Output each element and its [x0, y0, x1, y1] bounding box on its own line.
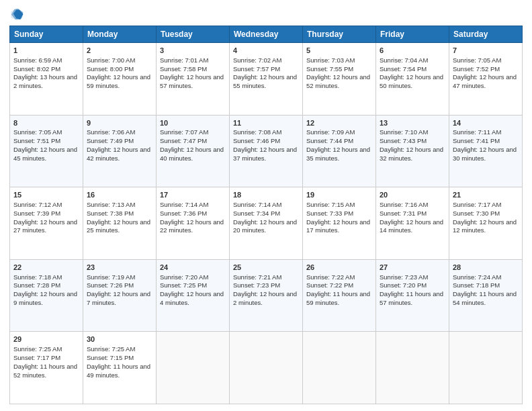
sunrise-text: Sunrise: 7:05 AM	[453, 56, 501, 64]
day-number: 27	[380, 263, 445, 273]
calendar-day-header: Friday	[376, 26, 449, 43]
calendar-cell: 20Sunrise: 7:16 AMSunset: 7:31 PMDayligh…	[376, 187, 449, 260]
daylight-text: Daylight: 11 hours and 57 minutes.	[380, 290, 443, 306]
daylight-text: Daylight: 12 hours and 22 minutes.	[160, 218, 224, 234]
calendar-week-row: 15Sunrise: 7:12 AMSunset: 7:39 PMDayligh…	[10, 187, 523, 260]
calendar-day-header: Sunday	[10, 26, 83, 43]
day-number: 5	[306, 46, 372, 56]
sunrise-text: Sunrise: 7:03 AM	[306, 56, 355, 64]
calendar-cell: 6Sunrise: 7:04 AMSunset: 7:54 PMDaylight…	[376, 43, 449, 116]
day-number: 17	[160, 190, 226, 200]
day-number: 23	[87, 263, 152, 273]
sunset-text: Sunset: 7:20 PM	[380, 281, 427, 289]
calendar-cell: 23Sunrise: 7:19 AMSunset: 7:26 PMDayligh…	[83, 259, 157, 332]
sunrise-text: Sunrise: 7:14 AM	[233, 201, 281, 208]
sunrise-text: Sunrise: 7:04 AM	[380, 56, 428, 64]
day-number: 25	[233, 263, 299, 273]
calendar-day-header: Thursday	[303, 26, 376, 43]
sunset-text: Sunset: 7:51 PM	[13, 137, 60, 144]
sunset-text: Sunset: 7:31 PM	[380, 210, 427, 217]
daylight-text: Daylight: 12 hours and 50 minutes.	[380, 73, 443, 89]
calendar-header-row: SundayMondayTuesdayWednesdayThursdayFrid…	[10, 26, 523, 43]
day-number: 26	[306, 263, 372, 273]
daylight-text: Daylight: 12 hours and 12 minutes.	[453, 218, 517, 234]
calendar-cell	[376, 332, 449, 404]
daylight-text: Daylight: 13 hours and 2 minutes.	[13, 73, 77, 89]
calendar-cell: 11Sunrise: 7:08 AMSunset: 7:46 PMDayligh…	[230, 115, 303, 187]
sunrise-text: Sunrise: 7:18 AM	[13, 273, 62, 281]
day-number: 13	[380, 118, 445, 128]
sunrise-text: Sunrise: 7:12 AM	[13, 201, 62, 208]
sunrise-text: Sunrise: 7:14 AM	[160, 201, 208, 208]
calendar-week-row: 8Sunrise: 7:05 AMSunset: 7:51 PMDaylight…	[10, 115, 523, 187]
sunrise-text: Sunrise: 7:08 AM	[233, 128, 281, 136]
sunrise-text: Sunrise: 7:09 AM	[306, 128, 355, 136]
daylight-text: Daylight: 11 hours and 49 minutes.	[87, 363, 150, 379]
calendar-cell: 22Sunrise: 7:18 AMSunset: 7:28 PMDayligh…	[10, 259, 83, 332]
sunrise-text: Sunrise: 7:16 AM	[380, 201, 428, 208]
day-number: 22	[13, 263, 79, 273]
sunset-text: Sunset: 7:22 PM	[306, 281, 353, 289]
calendar-week-row: 1Sunrise: 6:59 AMSunset: 8:02 PMDaylight…	[10, 43, 523, 116]
calendar-cell: 14Sunrise: 7:11 AMSunset: 7:41 PMDayligh…	[449, 115, 523, 187]
day-number: 9	[87, 118, 152, 128]
sunrise-text: Sunrise: 7:15 AM	[306, 201, 355, 208]
sunset-text: Sunset: 7:18 PM	[453, 281, 500, 289]
calendar-day-header: Tuesday	[157, 26, 230, 43]
sunrise-text: Sunrise: 7:21 AM	[233, 273, 281, 281]
sunrise-text: Sunrise: 7:23 AM	[380, 273, 428, 281]
daylight-text: Daylight: 12 hours and 42 minutes.	[87, 146, 150, 162]
sunrise-text: Sunrise: 7:00 AM	[87, 56, 135, 64]
daylight-text: Daylight: 12 hours and 37 minutes.	[233, 146, 297, 162]
sunset-text: Sunset: 7:34 PM	[233, 210, 280, 217]
calendar-cell: 29Sunrise: 7:25 AMSunset: 7:17 PMDayligh…	[10, 332, 83, 404]
day-number: 24	[160, 263, 226, 273]
sunset-text: Sunset: 7:49 PM	[87, 137, 134, 144]
calendar-cell: 21Sunrise: 7:17 AMSunset: 7:30 PMDayligh…	[449, 187, 523, 260]
daylight-text: Daylight: 12 hours and 59 minutes.	[87, 73, 150, 89]
sunrise-text: Sunrise: 7:13 AM	[87, 201, 135, 208]
sunset-text: Sunset: 7:15 PM	[87, 354, 134, 361]
calendar-cell: 28Sunrise: 7:24 AMSunset: 7:18 PMDayligh…	[449, 259, 523, 332]
calendar-cell: 7Sunrise: 7:05 AMSunset: 7:52 PMDaylight…	[449, 43, 523, 116]
daylight-text: Daylight: 12 hours and 17 minutes.	[306, 218, 370, 234]
daylight-text: Daylight: 12 hours and 25 minutes.	[87, 218, 150, 234]
calendar-cell: 18Sunrise: 7:14 AMSunset: 7:34 PMDayligh…	[230, 187, 303, 260]
calendar-cell: 2Sunrise: 7:00 AMSunset: 8:00 PMDaylight…	[83, 43, 157, 116]
day-number: 19	[306, 190, 372, 200]
calendar-cell: 13Sunrise: 7:10 AMSunset: 7:43 PMDayligh…	[376, 115, 449, 187]
header	[9, 7, 523, 21]
day-number: 30	[87, 334, 152, 345]
calendar-cell: 27Sunrise: 7:23 AMSunset: 7:20 PMDayligh…	[376, 259, 449, 332]
calendar-cell: 12Sunrise: 7:09 AMSunset: 7:44 PMDayligh…	[303, 115, 376, 187]
sunset-text: Sunset: 7:52 PM	[453, 65, 500, 73]
daylight-text: Daylight: 12 hours and 57 minutes.	[160, 73, 224, 89]
calendar-cell: 26Sunrise: 7:22 AMSunset: 7:22 PMDayligh…	[303, 259, 376, 332]
sunrise-text: Sunrise: 7:17 AM	[453, 201, 501, 208]
calendar-week-row: 29Sunrise: 7:25 AMSunset: 7:17 PMDayligh…	[10, 332, 523, 404]
day-number: 4	[233, 46, 299, 56]
calendar-cell: 8Sunrise: 7:05 AMSunset: 7:51 PMDaylight…	[10, 115, 83, 187]
daylight-text: Daylight: 12 hours and 4 minutes.	[160, 290, 224, 306]
sunrise-text: Sunrise: 7:19 AM	[87, 273, 135, 281]
calendar-cell: 17Sunrise: 7:14 AMSunset: 7:36 PMDayligh…	[157, 187, 230, 260]
daylight-text: Daylight: 12 hours and 55 minutes.	[233, 73, 297, 89]
day-number: 21	[453, 190, 519, 200]
daylight-text: Daylight: 12 hours and 30 minutes.	[453, 146, 517, 162]
day-number: 15	[13, 190, 79, 200]
calendar-week-row: 22Sunrise: 7:18 AMSunset: 7:28 PMDayligh…	[10, 259, 523, 332]
calendar-cell: 19Sunrise: 7:15 AMSunset: 7:33 PMDayligh…	[303, 187, 376, 260]
sunset-text: Sunset: 7:38 PM	[87, 210, 134, 217]
sunrise-text: Sunrise: 7:06 AM	[87, 128, 135, 136]
day-number: 16	[87, 190, 152, 200]
day-number: 20	[380, 190, 445, 200]
daylight-text: Daylight: 12 hours and 32 minutes.	[380, 146, 443, 162]
daylight-text: Daylight: 12 hours and 45 minutes.	[13, 146, 77, 162]
day-number: 1	[13, 46, 79, 56]
daylight-text: Daylight: 12 hours and 35 minutes.	[306, 146, 370, 162]
sunrise-text: Sunrise: 7:25 AM	[13, 345, 62, 353]
daylight-text: Daylight: 11 hours and 52 minutes.	[13, 363, 77, 379]
sunset-text: Sunset: 8:00 PM	[87, 65, 134, 73]
sunset-text: Sunset: 7:36 PM	[160, 210, 207, 217]
sunrise-text: Sunrise: 7:22 AM	[306, 273, 355, 281]
